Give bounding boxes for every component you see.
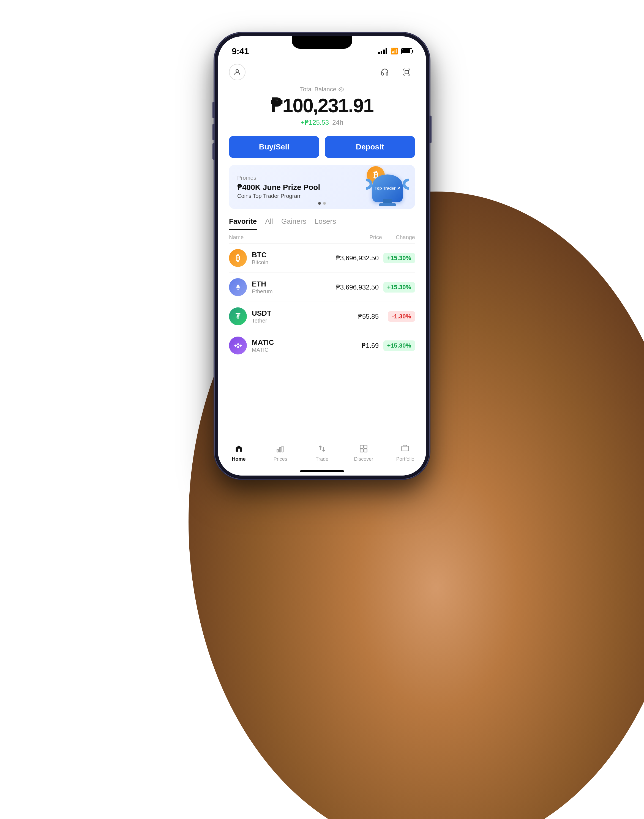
header-right-actions [377,64,415,80]
promo-label: Promos [237,175,320,181]
nav-discover-label: Discover [354,456,373,462]
discover-icon [359,445,368,455]
home-icon [235,445,243,455]
nav-portfolio-label: Portfolio [396,456,414,462]
tab-all[interactable]: All [265,217,273,230]
market-table: Name Price Change ₿ BTC Bitcoin ₱3,696,9… [218,230,426,360]
phone-frame: 9:41 📶 [215,33,429,479]
table-row[interactable]: ETH Etherum ₱3,696,932.50 +15.30% [229,273,415,302]
promo-pagination [318,202,326,205]
table-row[interactable]: MATIC MATIC ₱1.69 +15.30% [229,331,415,360]
portfolio-icon [401,445,409,455]
usdt-change: -1.30% [382,311,415,322]
svg-marker-3 [236,284,240,288]
promo-banner[interactable]: Promos ₱400K June Prize Pool Coins Top T… [229,165,415,209]
phone-device: 9:41 📶 [215,33,429,479]
promo-trophy-image: ₿ Top Trader ↗ [352,166,407,207]
eth-icon [229,278,247,296]
svg-point-2 [341,89,342,90]
btc-icon: ₿ [229,249,247,267]
svg-rect-1 [405,71,409,74]
phone-notch [292,36,352,49]
trade-icon [318,445,326,455]
matic-info: MATIC MATIC [252,338,318,353]
promo-subtitle: Coins Top Trader Program [237,193,320,199]
promo-title: ₱400K June Prize Pool [237,183,320,192]
battery-icon [401,48,412,54]
status-icons: 📶 [378,48,412,55]
balance-label: Total Balance [229,86,415,93]
matic-change: +15.30% [382,340,415,351]
scan-button[interactable] [399,64,415,80]
nav-prices[interactable]: Prices [259,445,301,462]
balance-section: Total Balance ₱100,231.91 +₱125.53 24h [218,83,426,132]
btc-info: BTC Bitcoin [252,251,318,265]
table-header: Name Price Change [229,230,415,244]
action-buttons: Buy/Sell Deposit [218,132,426,162]
phone-screen: 9:41 📶 [218,36,426,475]
svg-rect-5 [277,449,278,452]
market-tabs: Favorite All Gainers Losers [218,212,426,230]
svg-rect-8 [360,445,363,448]
profile-button[interactable] [229,64,245,80]
app-header [218,58,426,83]
svg-rect-12 [402,446,409,451]
wifi-icon: 📶 [391,48,398,55]
svg-rect-9 [364,445,367,448]
scene: 9:41 📶 [0,0,644,819]
support-button[interactable] [377,64,393,80]
buy-sell-button[interactable]: Buy/Sell [229,136,319,158]
trophy-decoration: Top Trader ↗ [368,175,407,209]
tab-losers[interactable]: Losers [314,217,336,230]
table-row[interactable]: ₿ BTC Bitcoin ₱3,696,932.50 +15.30% [229,244,415,273]
svg-rect-7 [282,446,283,452]
eth-info: ETH Etherum [252,280,318,295]
status-time: 9:41 [232,46,249,57]
home-indicator [300,470,344,472]
nav-portfolio[interactable]: Portfolio [385,445,426,462]
nav-trade-label: Trade [316,456,328,462]
svg-rect-11 [364,449,367,452]
nav-home[interactable]: Home [218,445,259,462]
nav-trade[interactable]: Trade [301,445,343,462]
promo-content: Promos ₱400K June Prize Pool Coins Top T… [237,175,320,199]
nav-prices-label: Prices [274,456,287,462]
prices-icon [276,445,285,455]
tab-gainers[interactable]: Gainers [281,217,306,230]
balance-change: +₱125.53 24h [229,119,415,126]
balance-amount: ₱100,231.91 [229,95,415,117]
btc-change: +15.30% [382,253,415,263]
svg-rect-10 [360,449,363,452]
nav-discover[interactable]: Discover [343,445,385,462]
tab-favorite[interactable]: Favorite [229,217,257,230]
usdt-icon: ₮ [229,307,247,325]
eth-change: +15.30% [382,282,415,293]
table-row[interactable]: ₮ USDT Tether ₱55.85 -1.30% [229,302,415,331]
svg-point-0 [236,70,238,72]
svg-rect-6 [279,448,281,452]
matic-icon [229,337,247,354]
usdt-info: USDT Tether [252,309,318,324]
signal-icon [378,48,387,54]
nav-home-label: Home [232,456,246,462]
deposit-button[interactable]: Deposit [325,136,415,158]
